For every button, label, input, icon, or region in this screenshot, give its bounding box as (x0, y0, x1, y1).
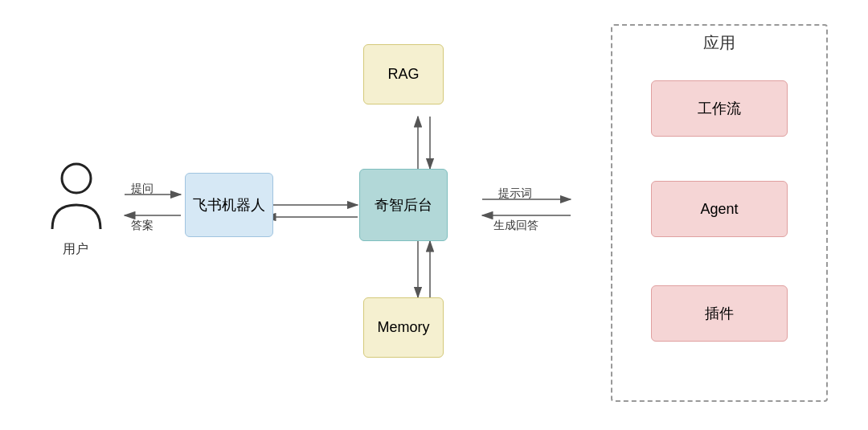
app-agent-label: Agent (700, 201, 738, 218)
app-agent-box: Agent (651, 181, 788, 237)
feishu-robot-label: 飞书机器人 (193, 195, 265, 215)
rag-label: RAG (387, 66, 419, 83)
prompt-label: 提示词 (498, 186, 532, 201)
backend-label: 奇智后台 (375, 195, 432, 215)
rag-box: RAG (363, 44, 444, 104)
svg-point-12 (62, 164, 91, 193)
memory-box: Memory (363, 297, 444, 358)
app-workflow-label: 工作流 (698, 99, 741, 118)
memory-label: Memory (377, 319, 429, 336)
diagram: 用户 提问 答案 提示词 生成回答 飞书机器人 奇智后台 RAG Memory … (0, 0, 868, 430)
backend-box: 奇智后台 (359, 169, 448, 241)
question-label: 提问 (131, 182, 154, 196)
applications-title: 应用 (611, 32, 828, 54)
response-label: 生成回答 (493, 219, 538, 233)
app-plugin-box: 插件 (651, 285, 788, 342)
answer-label: 答案 (131, 219, 154, 233)
user-icon (48, 161, 104, 233)
app-workflow-box: 工作流 (651, 80, 788, 137)
user-label: 用户 (63, 241, 88, 258)
app-plugin-label: 插件 (705, 304, 734, 323)
feishu-robot-box: 飞书机器人 (185, 173, 273, 237)
